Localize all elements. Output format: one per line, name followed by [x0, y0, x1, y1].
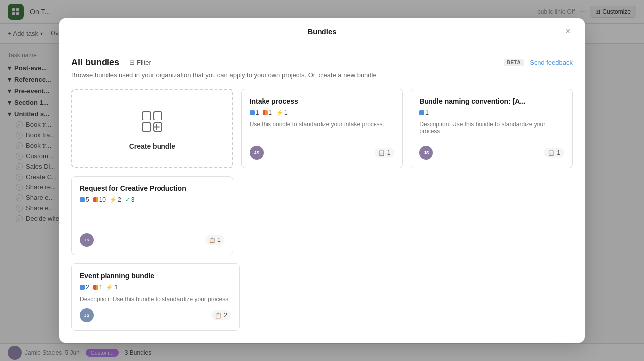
- avatar-initials: JS: [84, 238, 89, 242]
- bundle-footer: JS 📋 2: [80, 308, 231, 322]
- avatar-initials: JS: [84, 313, 89, 318]
- svg-rect-4: [142, 112, 151, 120]
- lightning-icon: ⚡: [106, 284, 113, 291]
- bundle-name: Intake process: [250, 97, 395, 105]
- bundle-footer: JS 📋 1: [80, 233, 225, 247]
- modal-top-row: All bundles ⊟ Filter BETA Send feedback: [71, 57, 573, 68]
- pill-dot-blue: [419, 110, 424, 115]
- bundle-description: Description: Use this bundle to standard…: [80, 296, 231, 302]
- pill-dot-multi: [263, 110, 268, 115]
- lightning-icon: ⚡: [276, 109, 283, 116]
- beta-badge: BETA: [504, 59, 524, 66]
- pill-yellow: ⚡ 2: [109, 196, 121, 203]
- check-icon: ✓: [125, 196, 130, 203]
- pill-yellow: ⚡ 1: [276, 109, 288, 116]
- avatar: JS: [80, 233, 94, 247]
- avatar: JS: [80, 308, 94, 322]
- pill-multi: 1: [93, 284, 103, 291]
- bundle-name: Event planning bundle: [80, 272, 231, 280]
- bundle-footer: JS 📋 1: [250, 146, 395, 160]
- svg-rect-5: [154, 112, 162, 120]
- create-bundle-icon: [137, 107, 167, 136]
- pill-dot-blue: [250, 110, 255, 115]
- modal-subtitle: Browse bundles used in your organization…: [71, 71, 573, 79]
- creative-bundle-card[interactable]: Request for Creative Production 5 10 ⚡ 2: [71, 176, 233, 255]
- pill-dot-blue: [80, 285, 85, 290]
- project-count-icon: 📋: [548, 150, 555, 156]
- project-count: 📋 1: [205, 235, 225, 245]
- pill-blue: 1: [250, 109, 259, 116]
- filter-button[interactable]: ⊟ Filter: [125, 57, 155, 68]
- filter-icon: ⊟: [129, 59, 135, 66]
- modal-body: All bundles ⊟ Filter BETA Send feedback …: [59, 45, 585, 343]
- bundle-pills: 1: [419, 109, 564, 116]
- event-planning-bundle-card[interactable]: Event planning bundle 2 1 ⚡ 1 Desc: [71, 263, 240, 331]
- modal-top-right: BETA Send feedback: [504, 59, 573, 66]
- bundle-name: Request for Creative Production: [80, 184, 225, 192]
- bundles-modal: Bundles × All bundles ⊟ Filter BETA Send…: [59, 18, 585, 343]
- svg-rect-6: [142, 123, 151, 131]
- bundle-description: Description: Use this bundle to standard…: [419, 121, 564, 140]
- modal-section-title: All bundles: [71, 58, 119, 68]
- avatar-initials: JS: [254, 150, 259, 155]
- pill-yellow: ⚡ 1: [106, 284, 118, 291]
- bundle-description: [80, 208, 225, 227]
- bundles-grid: Create bundle Intake process 1 1 ⚡: [71, 89, 573, 255]
- pill-dot-blue: [80, 197, 85, 202]
- pill-multi: 10: [93, 196, 106, 203]
- pill-blue: 2: [80, 284, 89, 291]
- project-count-icon: 📋: [215, 312, 222, 319]
- pill-blue: 1: [419, 109, 429, 116]
- pill-dot-multi: [93, 197, 98, 202]
- avatar: JS: [419, 146, 433, 160]
- pill-multi: 1: [263, 109, 272, 116]
- project-count: 📋 2: [211, 310, 231, 320]
- bundle-pills: 5 10 ⚡ 2 ✓ 3: [80, 196, 225, 203]
- bundle-pills: 1 1 ⚡ 1: [250, 109, 395, 116]
- bundles-row2: Event planning bundle 2 1 ⚡ 1 Desc: [71, 263, 573, 331]
- avatar: JS: [250, 146, 264, 160]
- create-bundle-label: Create bundle: [129, 142, 175, 150]
- close-button[interactable]: ×: [561, 25, 575, 39]
- pill-dot-multi: [93, 285, 98, 290]
- send-feedback-link[interactable]: Send feedback: [530, 59, 573, 66]
- bundle-name: Bundle naming convention: [A...: [419, 97, 564, 105]
- pill-blue: 5: [80, 196, 89, 203]
- project-count: 📋 1: [544, 148, 564, 158]
- bundle-pills: 2 1 ⚡ 1: [80, 284, 231, 291]
- bundle-footer: JS 📋 1: [419, 146, 564, 160]
- modal-header: Bundles ×: [59, 18, 585, 45]
- create-bundle-card[interactable]: Create bundle: [71, 89, 233, 168]
- project-count-icon: 📋: [378, 150, 385, 156]
- bundle-description: Use this bundle to standardize your inta…: [250, 121, 395, 140]
- modal-title: Bundles: [307, 27, 336, 36]
- pill-check: ✓ 3: [125, 196, 135, 203]
- avatar-initials: JS: [424, 150, 429, 155]
- naming-bundle-card[interactable]: Bundle naming convention: [A... 1 Descri…: [411, 89, 573, 168]
- project-count-icon: 📋: [209, 237, 215, 243]
- intake-bundle-card[interactable]: Intake process 1 1 ⚡ 1 Use this bu: [241, 89, 403, 168]
- project-count: 📋 1: [375, 148, 395, 158]
- lightning-icon: ⚡: [109, 196, 117, 203]
